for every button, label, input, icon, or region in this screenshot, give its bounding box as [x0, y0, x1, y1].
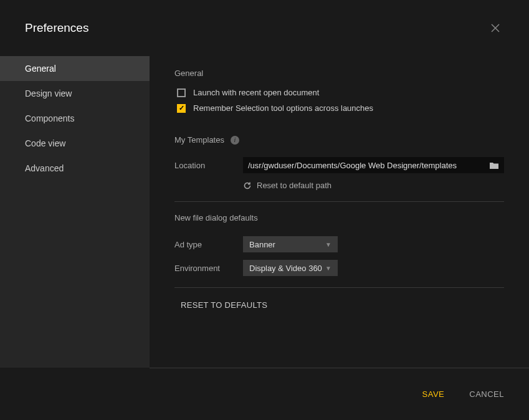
environment-row: Environment Display & Video 360 ▼ [174, 260, 504, 276]
sidebar-item-general[interactable]: General [0, 56, 150, 81]
checkbox-label: Launch with recent open document [193, 88, 319, 97]
sidebar: General Design view Components Code view… [0, 56, 150, 368]
ad-type-row: Ad type Banner ▼ [174, 236, 504, 252]
checkbox-icon[interactable] [177, 104, 186, 113]
sidebar-item-label: Code view [25, 138, 65, 148]
divider [174, 287, 504, 288]
divider [174, 201, 504, 202]
dialog-footer: SAVE CANCEL [150, 368, 529, 420]
sidebar-item-label: Advanced [25, 163, 64, 173]
option-remember-selection[interactable]: Remember Selection tool options across l… [174, 103, 504, 113]
location-input-wrap [243, 157, 504, 173]
environment-select[interactable]: Display & Video 360 ▼ [243, 260, 338, 276]
folder-icon[interactable] [489, 161, 499, 169]
sidebar-item-label: General [25, 64, 56, 74]
ad-type-value: Banner [249, 240, 275, 249]
close-icon[interactable] [487, 19, 504, 37]
environment-label: Environment [174, 264, 243, 273]
reset-path-link[interactable]: Reset to default path [243, 181, 504, 190]
save-button[interactable]: SAVE [422, 389, 445, 399]
sidebar-item-label: Components [25, 113, 74, 123]
checkbox-icon[interactable] [177, 88, 186, 97]
section-title-general: General [174, 69, 504, 78]
chevron-down-icon: ▼ [325, 265, 331, 272]
sidebar-item-design-view[interactable]: Design view [0, 81, 150, 106]
section-header-templates: My Templates i [174, 135, 504, 145]
chevron-down-icon: ▼ [325, 241, 331, 248]
sidebar-item-code-view[interactable]: Code view [0, 131, 150, 156]
sidebar-item-advanced[interactable]: Advanced [0, 156, 150, 181]
dialog-body: General Design view Components Code view… [0, 56, 529, 368]
sidebar-item-label: Design view [25, 88, 72, 98]
reset-path-label: Reset to default path [257, 181, 331, 190]
dialog-title: Preferences [25, 21, 88, 35]
ad-type-label: Ad type [174, 240, 243, 249]
cancel-button[interactable]: CANCEL [469, 389, 504, 399]
section-title-new-file: New file dialog defaults [174, 213, 504, 222]
dialog-header: Preferences [0, 0, 529, 56]
location-input[interactable] [248, 161, 489, 170]
section-title-templates: My Templates [174, 135, 224, 145]
main-panel: General Launch with recent open document… [150, 56, 529, 368]
checkbox-label: Remember Selection tool options across l… [193, 103, 373, 113]
info-icon[interactable]: i [231, 136, 239, 145]
refresh-icon [243, 181, 252, 190]
location-row: Location [174, 157, 504, 173]
location-label: Location [174, 161, 243, 170]
sidebar-item-components[interactable]: Components [0, 106, 150, 131]
ad-type-select[interactable]: Banner ▼ [243, 236, 338, 252]
option-launch-recent[interactable]: Launch with recent open document [174, 88, 504, 97]
environment-value: Display & Video 360 [249, 264, 322, 273]
reset-defaults-button[interactable]: RESET TO DEFAULTS [181, 300, 267, 310]
